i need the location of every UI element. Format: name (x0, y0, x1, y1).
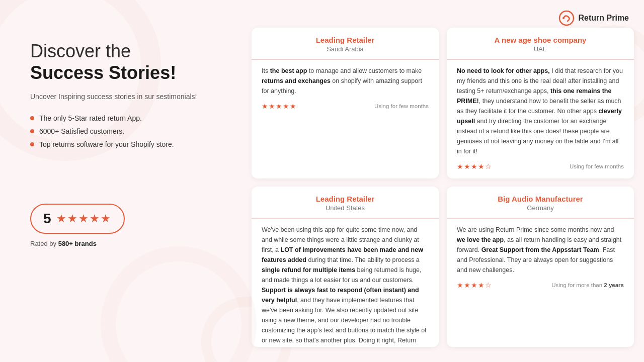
card-uae: A new age shoe company UAE No need to lo… (447, 28, 634, 178)
card-uae-company: A new age shoe company (457, 36, 624, 44)
card-germany-body: We are using Return Prime since some mon… (447, 225, 634, 275)
subtitle: Uncover Inspiring success stories in sur… (30, 92, 221, 102)
card-uae-location: UAE (457, 45, 624, 53)
card-germany-company: Big Audio Manufacturer (457, 195, 624, 203)
left-panel: Discover the Success Stories! Uncover In… (30, 40, 221, 247)
card-germany-using: Using for more than 2 years (551, 282, 624, 288)
bullet-dot-3 (30, 142, 34, 146)
card-us-location: United States (262, 204, 429, 212)
card-germany-stars: ★★★★☆ (457, 281, 492, 289)
rating-box: 5 ★★★★★ (30, 204, 125, 234)
bullet-dot-1 (30, 116, 34, 120)
card-saudi: Leading Retailer Saudi Arabia Its the be… (252, 28, 439, 178)
bullet-text-1: The only 5-Star rated return App. (39, 114, 142, 122)
bullet-list: The only 5-Star rated return App. 6000+ … (30, 114, 221, 148)
heading-bold: Success Stories! (30, 62, 221, 83)
card-saudi-footer: ★★★★★ Using for few months (252, 96, 439, 110)
logo-icon (558, 10, 575, 26)
rated-text: Rated by 580+ brands (30, 240, 221, 247)
card-saudi-using: Using for few months (374, 103, 429, 109)
card-germany-location: Germany (457, 204, 624, 212)
logo-text: Return Prime (579, 14, 629, 23)
svg-point-1 (562, 17, 565, 19)
heading: Discover the Success Stories! (30, 40, 221, 83)
card-uae-footer: ★★★★☆ Using for few months (447, 156, 634, 170)
card-saudi-stars: ★★★★★ (262, 102, 297, 110)
bullet-dot-2 (30, 129, 34, 133)
bullet-item-2: 6000+ Satisfied customers. (30, 127, 221, 135)
card-uae-using: Using for few months (570, 163, 624, 169)
logo: Return Prime (558, 10, 629, 26)
card-us-company: Leading Retailer (262, 195, 429, 203)
card-us-header: Leading Retailer United States (252, 187, 439, 219)
card-uae-header: A new age shoe company UAE (447, 28, 634, 60)
card-us-body: We've been using this app for quite some… (252, 225, 439, 347)
bullet-text-3: Top returns software for your Shopify st… (39, 140, 174, 148)
card-us: Leading Retailer United States We've bee… (252, 187, 439, 347)
cards-area: Leading Retailer Saudi Arabia Its the be… (252, 28, 634, 347)
rated-prefix: Rated by (30, 240, 58, 247)
card-saudi-body: Its the best app to manage and allow cus… (252, 66, 439, 96)
svg-point-0 (559, 11, 574, 25)
bullet-text-2: 6000+ Satisfied customers. (39, 127, 124, 135)
card-saudi-company: Leading Retailer (262, 36, 429, 44)
card-uae-body: No need to look for other apps, I did th… (447, 66, 634, 156)
rating-stars: ★★★★★ (56, 212, 112, 225)
card-germany-header: Big Audio Manufacturer Germany (447, 187, 634, 219)
card-uae-stars: ★★★★☆ (457, 162, 492, 170)
rated-brands: 580+ brands (58, 240, 97, 247)
card-germany-footer: ★★★★☆ Using for more than 2 years (447, 275, 634, 289)
heading-light: Discover the (30, 41, 131, 61)
rating-number: 5 (43, 211, 51, 227)
bullet-item-3: Top returns software for your Shopify st… (30, 140, 221, 148)
bullet-item-1: The only 5-Star rated return App. (30, 114, 221, 122)
card-saudi-location: Saudi Arabia (262, 45, 429, 53)
card-saudi-header: Leading Retailer Saudi Arabia (252, 28, 439, 60)
card-germany: Big Audio Manufacturer Germany We are us… (447, 187, 634, 347)
